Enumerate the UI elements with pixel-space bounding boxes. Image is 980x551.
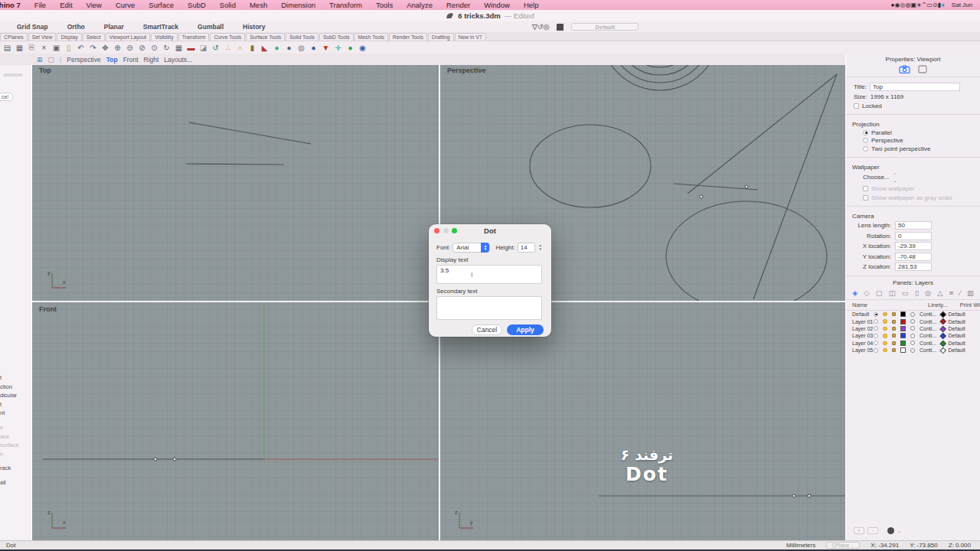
bluetooth-icon[interactable]: ∗ — [916, 2, 922, 8]
layer-color-swatch[interactable] — [900, 326, 906, 331]
osnap-option[interactable]: ction — [0, 383, 31, 392]
menu-item[interactable]: Solid — [213, 1, 243, 9]
active-color-swatch[interactable] — [557, 24, 564, 31]
projection-option[interactable]: Parallel — [863, 129, 980, 136]
layer-row[interactable]: Layer 04 Conti... ⌄ Default — [846, 340, 980, 347]
menu-app-name[interactable]: Rhino 7 — [0, 1, 28, 9]
mode-toggle[interactable]: Grid Snap — [17, 23, 48, 31]
add-layer-button[interactable]: + — [854, 527, 864, 534]
osnap-option[interactable]: e — [0, 423, 31, 432]
toolbar-tab[interactable]: Mesh Tools — [354, 33, 388, 41]
layer-lock-icon[interactable] — [892, 334, 897, 337]
layer-print-width[interactable]: Default — [949, 347, 965, 353]
camera-icon[interactable] — [899, 65, 910, 73]
camera-field-input[interactable]: 50 — [895, 221, 932, 230]
save-icon[interactable]: ▤ — [2, 42, 13, 53]
projection-option[interactable]: Two point perspective — [863, 145, 980, 152]
toolbar-tab[interactable]: Curve Tools — [210, 33, 245, 41]
osnap-option[interactable]: all — [0, 478, 31, 487]
layer-print-width[interactable]: Default — [949, 333, 965, 338]
viewport-tab[interactable]: Right — [144, 56, 159, 64]
menu-item[interactable]: Analyze — [400, 1, 439, 9]
help-blue-icon[interactable]: ◉ — [357, 42, 368, 53]
layer-linetype[interactable]: Conti... ⌄ — [915, 341, 936, 346]
redo-icon[interactable]: ↷ — [87, 42, 99, 53]
display-icon[interactable]: ◇ — [864, 289, 869, 297]
flag-icon[interactable]: ◣ — [259, 42, 270, 53]
toolbar-tab[interactable]: Transform — [178, 33, 210, 41]
layer-print-width[interactable]: Default — [949, 311, 965, 317]
osnap-option[interactable]: nt — [0, 409, 31, 418]
zoom-window-icon[interactable]: ⊖ — [124, 42, 136, 53]
sphere-dark-icon[interactable]: ● — [283, 42, 295, 53]
cap-icon[interactable]: △ — [937, 289, 942, 297]
mode-toggle[interactable]: SmartTrack — [143, 23, 178, 31]
layer-color-swatch[interactable] — [900, 341, 906, 346]
circle-arrow-icon[interactable]: ↺ — [210, 42, 221, 53]
toolbar-tab[interactable]: Render Tools — [389, 33, 427, 41]
gear-icon[interactable] — [887, 527, 894, 534]
plus-teal-icon[interactable]: ✛ — [332, 42, 344, 53]
toolbar-tab[interactable]: CPlanes — [0, 33, 28, 41]
layer-lock-icon[interactable] — [892, 348, 897, 352]
box-icon[interactable]: ◫ — [889, 289, 896, 297]
osnap-option[interactable] — [0, 418, 31, 423]
sphere-shaded-icon[interactable]: ◍ — [296, 42, 307, 53]
layer-linetype[interactable]: Conti... ⌄ — [915, 311, 936, 317]
toolbar-tab[interactable]: Viewport Layout — [106, 33, 151, 41]
layer-print-width[interactable]: Default — [949, 319, 965, 324]
osnap-option[interactable]: ace — [0, 432, 31, 442]
layer-visibility-icon[interactable] — [883, 341, 887, 346]
layer-visibility-icon[interactable] — [883, 334, 887, 338]
toolbar-tab[interactable]: Visibility — [151, 33, 177, 41]
osnap-option[interactable]: t — [0, 400, 31, 409]
viewport-tab[interactable]: Top — [106, 56, 118, 64]
height-stepper[interactable]: ▲▼ — [537, 243, 544, 253]
single-viewport-icon[interactable]: ▢ — [48, 56, 55, 64]
osnap-option[interactable]: surface — [0, 441, 31, 450]
color-wheel-icon[interactable]: ● — [271, 42, 283, 53]
camera-field-input[interactable]: 281.53 — [895, 262, 932, 271]
current-layer-radio[interactable] — [874, 348, 878, 353]
toolbar-tab[interactable]: Set View — [28, 33, 57, 41]
siri-icon[interactable]: ● — [941, 2, 945, 8]
wallpaper-choose-button[interactable]: Choose... — [863, 174, 889, 181]
funnel-icon[interactable]: ▼ — [320, 42, 332, 53]
menu-item[interactable]: Transform — [322, 1, 369, 9]
four-viewports-icon[interactable]: ⊞ — [37, 56, 43, 64]
print-icon[interactable]: ▦ — [14, 42, 25, 53]
menu-item[interactable]: Mesh — [243, 1, 274, 9]
command-prompt[interactable]: Dot — [0, 542, 15, 549]
new-file-icon[interactable]: ⎘ — [26, 42, 38, 53]
camera-field-input[interactable]: -70.48 — [895, 253, 932, 261]
zoom-window-icon[interactable] — [452, 228, 457, 233]
target-icon[interactable]: ◎ — [543, 23, 549, 31]
show-wallpaper-gray-checkbox[interactable] — [863, 195, 868, 201]
toolbar-tab[interactable]: Drafting — [428, 33, 454, 41]
display-icon[interactable]: ▣ — [910, 2, 916, 8]
current-layer-radio[interactable] — [874, 326, 878, 331]
layer-linetype[interactable]: Conti... ⌄ — [915, 333, 936, 338]
font-select[interactable]: Arial ▲▼ — [452, 243, 490, 253]
mode-toggle[interactable]: Planar — [104, 23, 124, 31]
zoom-selected-icon[interactable]: ⊙ — [149, 42, 160, 53]
car-icon[interactable]: ▬ — [185, 42, 197, 53]
menu-item[interactable]: Edit — [53, 1, 79, 9]
list-icon[interactable]: ≡ — [949, 289, 954, 297]
pen-icon[interactable]: ∕ — [959, 289, 961, 297]
menu-item[interactable]: Render — [439, 1, 477, 9]
book-icon[interactable]: ▥ — [967, 289, 974, 297]
show-wallpaper-checkbox[interactable] — [863, 186, 868, 191]
layer-visibility-icon[interactable] — [883, 327, 887, 331]
zoom-icon[interactable]: ⊕ — [112, 42, 123, 53]
menu-item[interactable]: View — [80, 1, 109, 9]
undo-icon[interactable]: ↶ — [75, 42, 87, 53]
layer-row[interactable]: Layer 03 Conti... ⌄ Default — [846, 332, 980, 339]
camera-field-input[interactable]: 0 — [895, 232, 932, 240]
toolbar-tab[interactable]: Select — [83, 33, 105, 41]
viewport-settings-icon[interactable] — [918, 65, 927, 73]
layers-icon[interactable]: ◈ — [852, 289, 858, 297]
layer-visibility-icon[interactable] — [883, 319, 887, 324]
osnap-option[interactable]: h — [0, 450, 31, 459]
layer-print-width[interactable]: Default — [949, 341, 965, 346]
